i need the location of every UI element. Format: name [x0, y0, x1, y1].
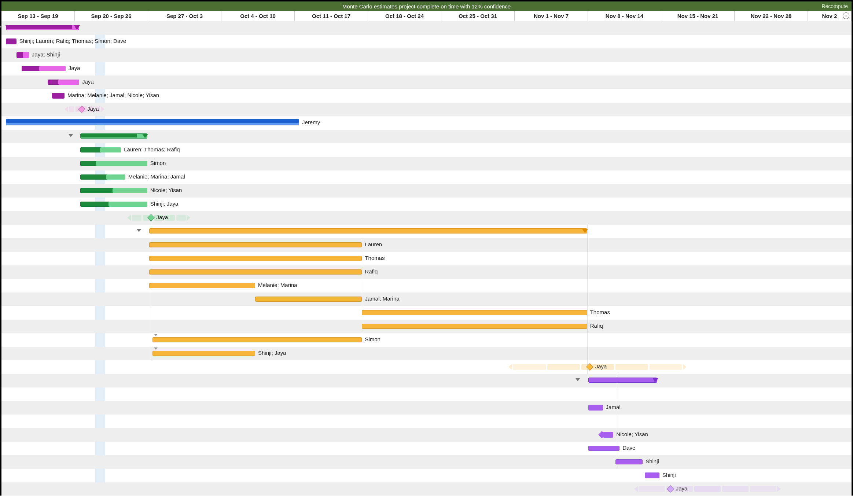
task-assignees: Nicole; Yisan — [616, 431, 648, 437]
gantt-row — [1, 387, 852, 401]
recompute-button[interactable]: Recompute — [821, 3, 848, 9]
task-bar-remaining — [113, 188, 147, 193]
gantt-row: Shinji; Jaya — [1, 347, 852, 360]
task-assignees: Jaya — [82, 78, 94, 85]
task-bar[interactable] — [152, 351, 255, 356]
gantt-row — [1, 21, 852, 35]
task-bar[interactable] — [645, 472, 659, 478]
task-bar[interactable] — [149, 242, 362, 247]
timeline-column: Oct 11 - Oct 17 — [295, 11, 368, 21]
task-bar[interactable] — [149, 256, 362, 261]
task-bar[interactable] — [588, 446, 620, 451]
timeline-column: Sep 27 - Oct 3 — [148, 11, 221, 21]
timeline-column: Oct 18 - Oct 24 — [368, 11, 441, 21]
gantt-row: Jaya — [1, 62, 852, 76]
task-assignees: Marina; Melanie; Jamal; Nicole; Yisan — [67, 92, 159, 98]
task-bar[interactable] — [6, 38, 16, 44]
gantt-row: Jaya — [1, 103, 852, 116]
collapse-toggle-icon[interactable] — [0, 26, 2, 29]
task-bar-remaining — [100, 147, 121, 152]
timeline-column: Oct 4 - Oct 10 — [221, 11, 295, 21]
task-assignees: Jaya; Shinji — [32, 51, 60, 58]
task-bar[interactable] — [52, 93, 65, 99]
task-bar-remaining — [109, 202, 147, 207]
task-bar-remaining — [96, 161, 147, 166]
gantt-row: Jaya; Shinji — [1, 48, 852, 62]
gantt-row: Simon — [1, 157, 852, 170]
timeline-column: Oct 25 - Oct 31 — [441, 11, 515, 21]
timeline-column: Sep 13 - Sep 19 — [1, 11, 75, 21]
task-assignees: Melanie; Marina — [258, 282, 297, 288]
dependency-line — [616, 374, 616, 469]
gantt-row: Jaya — [1, 360, 852, 374]
summary-end-cap — [76, 25, 78, 29]
timeline-column: Nov 8 - Nov 14 — [588, 11, 661, 21]
gantt-row: Shinji — [1, 455, 852, 469]
gantt-row: Thomas — [1, 252, 852, 265]
collapse-toggle-icon[interactable] — [69, 134, 73, 137]
banner-message: Monte Carlo estimates project complete o… — [1, 3, 852, 10]
task-bar-remaining — [23, 52, 29, 58]
gantt-row: Shinji; Jaya — [1, 198, 852, 211]
milestone-label: Jaya — [595, 363, 607, 369]
gantt-row: Jamal — [1, 401, 852, 415]
task-bar[interactable] — [149, 283, 255, 288]
task-bar[interactable] — [588, 405, 603, 411]
timeline-column: Nov 22 - Nov 28 — [735, 11, 808, 21]
task-assignees: Simon — [365, 336, 380, 342]
task-bar[interactable] — [152, 337, 362, 342]
task-bar-overlay — [6, 119, 299, 123]
summary-bar[interactable] — [149, 228, 587, 233]
task-bar[interactable] — [615, 459, 643, 464]
task-bar[interactable] — [362, 324, 587, 329]
gantt-row: Jeremy — [1, 116, 852, 130]
gantt-row — [1, 130, 852, 143]
dependency-line — [362, 238, 362, 333]
gantt-row: Nicole; Yisan — [1, 428, 852, 442]
status-banner: Monte Carlo estimates project complete o… — [1, 1, 852, 11]
task-assignees: Jamal; Marina — [365, 295, 399, 302]
gantt-row — [1, 374, 852, 387]
timeline-column: Nov 15 - Nov 21 — [661, 11, 735, 21]
dependency-line — [588, 225, 588, 374]
timeline-column: Nov 1 - Nov 7 — [515, 11, 588, 21]
gantt-row: Jaya — [1, 482, 852, 496]
gantt-row: Melanie; Marina; Jamal — [1, 170, 852, 184]
task-bar-remaining — [106, 174, 125, 180]
task-assignees: Rafiq — [590, 323, 603, 329]
scroll-right-icon[interactable]: › — [843, 12, 849, 19]
gantt-row: Thomas — [1, 306, 852, 320]
task-bar-remaining — [39, 66, 65, 71]
gantt-row: Jaya — [1, 211, 852, 225]
task-assignees: Shinji; Lauren; Rafiq; Thomas; Simon; Da… — [19, 38, 126, 44]
uncertainty-range — [634, 486, 781, 492]
task-assignees: Jeremy — [302, 119, 320, 125]
summary-progress — [80, 134, 137, 137]
gantt-row: Nicole; Yisan — [1, 184, 852, 198]
task-assignees: Thomas — [590, 309, 610, 315]
timeline-column: Sep 20 - Sep 26 — [75, 11, 148, 21]
task-assignees: Nicole; Yisan — [150, 187, 182, 193]
collapse-toggle-icon[interactable] — [576, 378, 580, 381]
collapse-toggle-icon[interactable] — [137, 229, 141, 232]
gantt-row — [1, 225, 852, 238]
gantt-row: Marina; Melanie; Jamal; Nicole; Yisan — [1, 89, 852, 103]
task-assignees: Shinji; Jaya — [150, 201, 179, 207]
task-bar[interactable] — [149, 269, 362, 275]
gantt-row: Jamal; Marina — [1, 293, 852, 306]
gantt-chart: Shinji; Lauren; Rafiq; Thomas; Simon; Da… — [1, 21, 852, 494]
summary-bar[interactable] — [588, 378, 658, 383]
dependency-arrow-icon — [154, 334, 158, 336]
milestone-label: Jaya — [87, 106, 99, 112]
gantt-row: Rafiq — [1, 265, 852, 279]
gantt-row: Lauren — [1, 238, 852, 252]
summary-end-cap — [654, 378, 657, 382]
task-assignees: Jaya — [69, 65, 80, 71]
task-assignees: Lauren; Thomas; Rafiq — [124, 146, 180, 152]
task-bar[interactable] — [362, 310, 587, 315]
task-assignees: Shinji — [662, 472, 676, 478]
milestone-label: Jaya — [157, 214, 168, 220]
task-bar[interactable] — [255, 297, 362, 302]
gantt-row — [1, 415, 852, 428]
task-assignees: Thomas — [365, 255, 385, 261]
